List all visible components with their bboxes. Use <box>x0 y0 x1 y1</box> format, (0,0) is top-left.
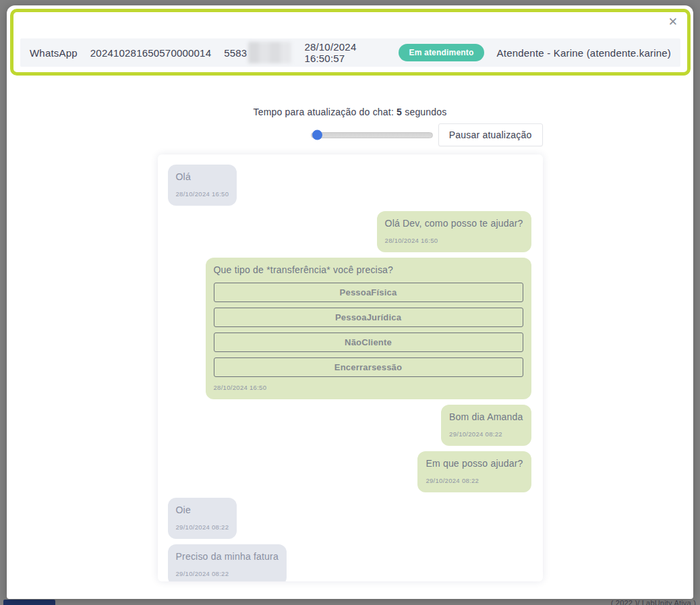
message-time: 29/10/2024 08:22 <box>176 521 229 534</box>
modal-content: Tempo para atualização do chat: 5 segund… <box>158 107 543 581</box>
refresh-controls: Pausar atualização <box>158 123 543 146</box>
chat-option-button[interactable]: Encerrarsessão <box>214 357 523 377</box>
message-time: 28/10/2024 16:50 <box>214 381 523 394</box>
message-time: 29/10/2024 08:22 <box>176 567 279 580</box>
message-text: Oie <box>176 504 229 517</box>
chat-message-bubble: Bom dia Amanda 29/10/2024 08:22 <box>441 405 531 446</box>
attendant-label: Atendente - Karine (atendente.karine) <box>497 47 671 59</box>
refresh-seconds-value: 5 <box>397 107 402 117</box>
message-time: 28/10/2024 16:50 <box>176 188 229 200</box>
refresh-label-suffix: segundos <box>402 107 446 117</box>
status-badge: Em atendimento <box>399 44 484 61</box>
message-list: Olá 28/10/2024 16:50 Olá Dev, como posso… <box>158 154 543 581</box>
chat-option-button[interactable]: NãoCliente <box>214 333 523 352</box>
chat-message-bubble: Oie 29/10/2024 08:22 <box>168 498 237 539</box>
background-footer-text: ( 2022 )/ LabUnity Ativa ) <box>611 599 696 605</box>
refresh-label-prefix: Tempo para atualização do chat: <box>253 107 397 117</box>
message-time: 29/10/2024 08:22 <box>449 428 523 440</box>
message-text: Que tipo de *transferência* você precisa… <box>214 264 523 277</box>
conversation-header: WhatsApp 202410281650570000014 5583 28/1… <box>20 38 680 67</box>
refresh-interval-label: Tempo para atualização do chat: 5 segund… <box>158 107 543 117</box>
highlighted-header-section: ✕ WhatsApp 202410281650570000014 5583 28… <box>10 9 691 76</box>
phone-redacted-blur <box>248 42 291 63</box>
refresh-interval-slider[interactable] <box>311 132 433 138</box>
message-text: Preciso da minha fatura <box>176 550 279 563</box>
message-text: Olá <box>176 171 229 183</box>
protocol-number: 202410281650570000014 <box>90 47 211 59</box>
start-datetime: 28/10/2024 16:50:57 <box>304 41 386 64</box>
close-icon[interactable]: ✕ <box>666 15 680 30</box>
slider-thumb[interactable] <box>312 130 322 140</box>
message-text: Em que posso ajudar? <box>426 457 523 470</box>
message-text: Olá Dev, como posso te ajudar? <box>385 217 523 230</box>
phone-number: 5583 <box>224 42 291 63</box>
background-navy-bar <box>3 600 55 605</box>
message-buttons: PessoaFísicaPessoaJurídicaNãoClienteEnce… <box>214 283 523 377</box>
chat-option-button[interactable]: PessoaFísica <box>214 283 523 302</box>
message-text: Bom dia Amanda <box>449 411 523 424</box>
chat-message-bubble: Olá 28/10/2024 16:50 <box>168 165 237 206</box>
chat-message-bubble: Em que posso ajudar? 29/10/2024 08:22 <box>417 451 531 492</box>
phone-prefix: 5583 <box>224 47 247 59</box>
message-time: 29/10/2024 08:22 <box>426 474 523 487</box>
chat-message-bubble: Preciso da minha fatura 29/10/2024 08:22 <box>168 544 287 581</box>
pause-refresh-button[interactable]: Pausar atualização <box>438 123 543 146</box>
chat-message-bubble: Olá Dev, como posso te ajudar? 28/10/202… <box>377 211 531 252</box>
chat-detail-modal: ✕ WhatsApp 202410281650570000014 5583 28… <box>7 5 693 599</box>
message-time: 28/10/2024 16:50 <box>385 234 523 247</box>
channel-label: WhatsApp <box>30 47 78 59</box>
chat-message-bubble: Que tipo de *transferência* você precisa… <box>206 258 531 399</box>
chat-option-button[interactable]: PessoaJurídica <box>214 308 523 327</box>
